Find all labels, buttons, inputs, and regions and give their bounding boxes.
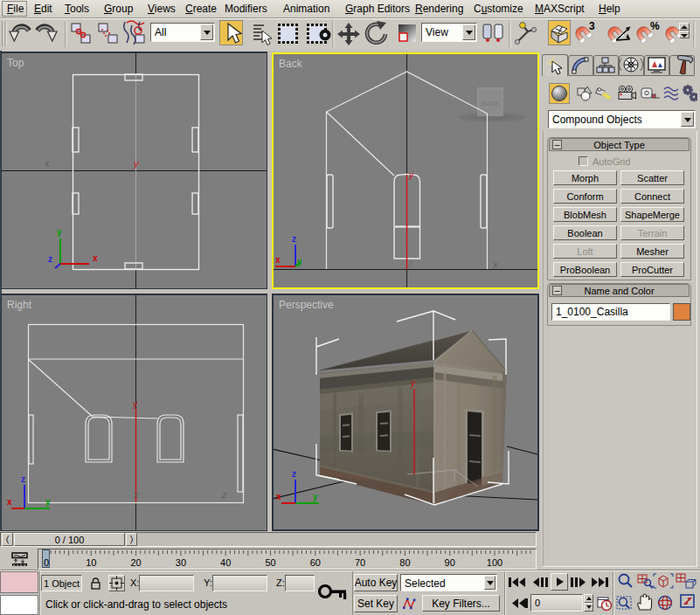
svg-text:z: z (48, 254, 52, 264)
svg-text:x: x (7, 497, 12, 507)
svg-text:y: y (408, 170, 414, 180)
svg-text:y: y (133, 158, 140, 169)
svg-text:y: y (45, 497, 51, 507)
svg-text:z: z (292, 234, 296, 244)
svg-text:x: x (275, 255, 281, 265)
svg-text:y: y (313, 492, 318, 501)
svg-text:z: z (221, 489, 227, 500)
svg-text:x: x (44, 158, 50, 169)
svg-text:x: x (492, 259, 498, 270)
svg-text:x: x (276, 492, 281, 501)
svg-text:3: 3 (589, 20, 595, 32)
svg-text:z: z (407, 259, 412, 268)
svg-text:y: y (132, 399, 138, 409)
svg-text:y: y (410, 378, 416, 388)
svg-text:x: x (133, 489, 139, 500)
svg-text:x: x (93, 253, 98, 263)
svg-text:y: y (297, 257, 302, 266)
svg-text:z: z (292, 469, 296, 479)
svg-text:y: y (57, 227, 62, 237)
svg-text:z: z (21, 474, 25, 484)
svg-text:%: % (650, 20, 660, 32)
svg-text:BACK: BACK (482, 100, 499, 107)
